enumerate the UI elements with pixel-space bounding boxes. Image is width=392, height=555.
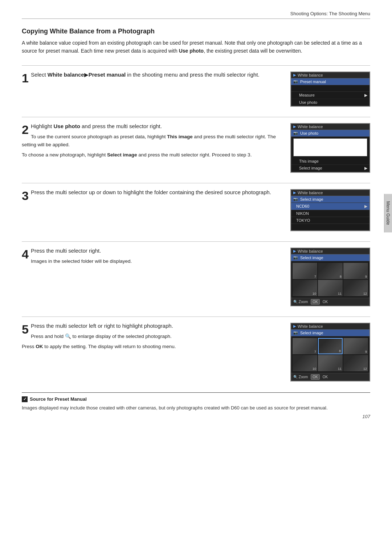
step-5-heading: Press the multi selector left or right t…: [31, 323, 285, 329]
step-5-body: Press and hold 🔍 to enlarge display of t…: [22, 332, 285, 351]
step-4-screen: ▶ White balance 📷 Select image 7 8 9 10 …: [290, 248, 370, 306]
page-header: Shooting Options: The Shooting Menu: [22, 11, 370, 19]
step-5: 5 Press the multi selector left or right…: [22, 323, 370, 381]
step-1-screen: ▶ White balance 📷 Preset manual Measure …: [290, 72, 370, 107]
step-3: 3 Press the multi selector up or down to…: [22, 189, 370, 231]
step-5-screen: ▶ White balance 📷 Select image 7 8 9 10 …: [290, 323, 370, 381]
sidebar-menu-guide: Menu Guide: [384, 194, 392, 232]
section-title: Copying White Balance from a Photograph: [22, 28, 370, 35]
step-2-content: 2 Highlight Use photo and press the mult…: [22, 123, 285, 162]
camera-screen-3: ▶ White balance 📷 Select image NCD60 ▶ N…: [290, 189, 370, 231]
step-3-number: 3: [22, 189, 29, 203]
camera-screen-4: ▶ White balance 📷 Select image 7 8 9 10 …: [290, 248, 370, 306]
note-icon: ✓: [22, 396, 28, 402]
step-3-content: 3 Press the multi selector up or down to…: [22, 189, 285, 203]
step-2: 2 Highlight Use photo and press the mult…: [22, 123, 370, 173]
step-4-heading: Press the multi selector right.: [31, 248, 285, 254]
step-1-heading: Select White balance▶Preset manual in th…: [31, 72, 285, 78]
page-number: 107: [362, 414, 370, 419]
intro-text: A white balance value copied from an exi…: [22, 39, 370, 55]
step-4-content: 4 Press the multi selector right. Images…: [22, 248, 285, 268]
step-1-content: 1 Select White balance▶Preset manual in …: [22, 72, 285, 85]
step-3-screen: ▶ White balance 📷 Select image NCD60 ▶ N…: [290, 189, 370, 231]
step-4-number: 4: [22, 248, 29, 261]
step-4: 4 Press the multi selector right. Images…: [22, 248, 370, 306]
step-1-number: 1: [22, 72, 29, 85]
camera-screen-5: ▶ White balance 📷 Select image 7 8 9 10 …: [290, 323, 370, 381]
step-1: 1 Select White balance▶Preset manual in …: [22, 72, 370, 107]
step-5-number: 5: [22, 323, 29, 336]
camera-screen-2: ▶ White balance 📷 Use photo This image S…: [290, 123, 370, 173]
step-4-body: Images in the selected folder will be di…: [22, 257, 285, 265]
note-title: ✓ Source for Preset Manual: [22, 396, 370, 402]
step-2-number: 2: [22, 123, 29, 136]
step-3-heading: Press the multi selector up or down to h…: [31, 189, 285, 195]
camera-screen-1: ▶ White balance 📷 Preset manual Measure …: [290, 72, 370, 107]
step-5-content: 5 Press the multi selector left or right…: [22, 323, 285, 353]
bottom-note: ✓ Source for Preset Manual Images displa…: [22, 392, 370, 412]
step-2-heading: Highlight Use photo and press the multi …: [31, 123, 285, 129]
note-title-text: Source for Preset Manual: [30, 396, 87, 402]
step-2-screen: ▶ White balance 📷 Use photo This image S…: [290, 123, 370, 173]
header-title: Shooting Options: The Shooting Menu: [290, 11, 370, 16]
note-body: Images displayed may include those creat…: [22, 404, 370, 412]
step-2-body: To use the current source photograph as …: [22, 133, 285, 159]
